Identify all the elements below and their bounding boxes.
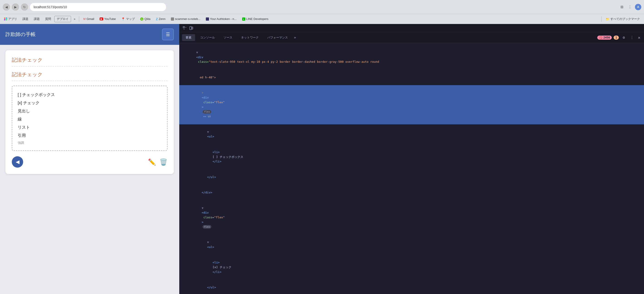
settings-button[interactable]: ⚙ [621, 34, 627, 41]
devtools-top-bar [179, 24, 644, 32]
task2-label: 課題 [34, 17, 40, 21]
inspect-tool[interactable] [182, 25, 188, 31]
delete-icon[interactable]: 🗑️ [160, 158, 168, 166]
tab-elements[interactable]: 要素 [182, 34, 195, 41]
scammer-label: scammer-s-noteb... [175, 17, 200, 21]
dom-tag8: </div> [202, 191, 212, 194]
bookmark-apps[interactable]: アプリ [2, 16, 19, 22]
map-label: マップ [126, 17, 135, 21]
bookmark-line[interactable]: L LINE Developers [240, 16, 271, 21]
dom-line[interactable]: <li> [x] チェック </li> [179, 255, 644, 280]
warning-count: 1 [616, 36, 617, 39]
bookmark-question[interactable]: 質問 [43, 16, 53, 22]
tab-sources[interactable]: ソース [220, 34, 236, 41]
dom-line[interactable]: ▼ <div class="flex" > flex [179, 200, 644, 235]
back-button[interactable]: ◀ [3, 3, 10, 11]
dom-tag4: <ul> [207, 135, 214, 138]
devtools-toolbar: 要素 コンソール ソース ネットワーク パフォーマンス » 🚫 2456 [179, 32, 644, 43]
gmail-label: Gmail [86, 17, 94, 21]
question-label: 質問 [45, 17, 51, 21]
authtoken-label: Your Authtoken - n... [210, 17, 236, 21]
expand-arrow5: ▼ [207, 241, 211, 244]
dom-attr-value2: ed h-48"> [196, 76, 216, 79]
deploy-label: デプロイ [57, 17, 68, 21]
hamburger-button[interactable]: ☰ [162, 28, 174, 40]
back-arrow-icon: ◀ [16, 159, 20, 165]
main-card: 記法チェック 記法チェック [ ] チェックボックス [x] チェック 見出し … [6, 50, 174, 174]
reload-button[interactable]: ↻ [21, 3, 28, 11]
dom-line[interactable]: </ul> [179, 169, 644, 185]
tab-network[interactable]: ネットワーク [237, 34, 262, 41]
dom-line[interactable]: </div> [179, 185, 644, 200]
edit-icon[interactable]: ✏️ [148, 158, 156, 166]
forward-button[interactable]: ▶ [12, 3, 19, 11]
dom-attr-value: "text-slate-950 text-xl my-10 px-4 py-2 … [208, 60, 379, 63]
dom-tag7: </ul> [207, 175, 216, 179]
bookmark-zenn[interactable]: Z Zenn [154, 16, 168, 22]
tab-performance[interactable]: パフォーマンス [264, 34, 292, 41]
flex-badge: flex [203, 110, 212, 114]
dom-line[interactable]: ▼ <ul> [179, 235, 644, 255]
bookmark-separator2 [601, 16, 602, 22]
bookmark-task2[interactable]: 課題 [32, 16, 42, 22]
tab-console[interactable]: コンソール [196, 34, 218, 41]
more-options-button[interactable]: ⋮ [629, 34, 635, 41]
action-icons: ✏️ 🗑️ [148, 158, 168, 166]
expand-arrow4: ▼ [202, 206, 205, 210]
web-app: 詐欺師の手帳 ☰ 記法チェック 記法チェック [ ] チェックボックス [x] … [0, 24, 179, 294]
svg-rect-3 [190, 26, 192, 30]
dom-line[interactable]: ▼ <ul> [179, 124, 644, 145]
content-box: [ ] チェックボックス [x] チェック 見出し 線 リスト 引用 強調 [12, 86, 168, 151]
bookmark-authtoken[interactable]: Your Authtoken - n... [204, 16, 239, 21]
back-button[interactable]: ◀ [12, 156, 23, 168]
bookmarks-folder-label: すべてのブックマーク [610, 17, 640, 21]
svg-rect-0 [183, 26, 184, 28]
close-devtools-button[interactable]: ✕ [637, 34, 641, 41]
device-tool[interactable] [188, 25, 194, 31]
dom-text2: [x] チェック [212, 266, 232, 269]
bookmark-separator [79, 16, 79, 22]
content-item-1: [x] チェック [18, 99, 162, 107]
browser-bar: ◀ ▶ ↻ ⊞ ⋮ A [0, 0, 644, 14]
bookmark-gmail[interactable]: M Gmail [81, 16, 96, 21]
error-count: 2456 [604, 36, 610, 39]
dollar-sign: == $0 [202, 115, 211, 118]
extensions-button[interactable]: ⊞ [618, 4, 625, 10]
bookmark-youtube[interactable]: ▶ YouTube [97, 16, 118, 21]
error-badge[interactable]: 🚫 2456 [597, 35, 612, 40]
bookmark-more[interactable]: » [72, 16, 77, 21]
more-tabs-button[interactable]: » [293, 34, 297, 40]
bookmark-scammer[interactable]: scammer-s-noteb... [168, 16, 203, 21]
dom-line[interactable]: ed h-48"> [179, 70, 644, 85]
bookmark-task1[interactable]: 課題 [20, 16, 31, 22]
bookmark-deploy[interactable]: デプロイ [54, 16, 71, 22]
dom-line[interactable]: </ul> [179, 280, 644, 294]
expand-arrow: ▼ [196, 51, 200, 54]
flex-badge2: flex [203, 225, 212, 229]
dom-tag13: </li> [212, 270, 222, 274]
dom-line[interactable]: ▼ <div class="text-slate-950 text-xl my-… [179, 45, 644, 70]
warning-badge[interactable]: 1 [614, 35, 619, 40]
dom-attr-value4: "flex" [214, 216, 225, 219]
zenn-label: Zenn [159, 17, 166, 21]
content-item-5: 引用 [18, 131, 162, 140]
menu-button[interactable]: ⋮ [627, 4, 633, 10]
dom-tag3: > [202, 105, 204, 109]
devtools-toolbar-right: 🚫 2456 1 ⚙ ⋮ ✕ [597, 34, 641, 41]
bookmark-qiita[interactable]: Q Qiita [138, 16, 153, 21]
hamburger-icon: ☰ [166, 32, 170, 37]
dom-line[interactable]: <li> [ ] チェックボックス </li> [179, 145, 644, 169]
expand-arrow2: ▼ [202, 91, 205, 94]
bookmark-folder[interactable]: 📁 すべてのブックマーク [604, 16, 642, 22]
dom-attr2: class= [202, 101, 214, 104]
bookmark-map[interactable]: 📍 マップ [119, 16, 137, 22]
dom-attr-value3: "flex" [214, 101, 225, 104]
dom-line-selected[interactable]: ▼ <div class="flex" > flex == $0 [179, 85, 644, 124]
app-header: 詐欺師の手帳 ☰ [0, 24, 179, 45]
app-title: 詐欺師の手帳 [6, 31, 36, 38]
profile-avatar[interactable]: A [635, 4, 641, 10]
task1-label: 課題 [22, 17, 28, 21]
youtube-label: YouTube [104, 17, 116, 21]
url-bar[interactable] [30, 3, 166, 11]
dom-attr3: class= [202, 216, 214, 219]
